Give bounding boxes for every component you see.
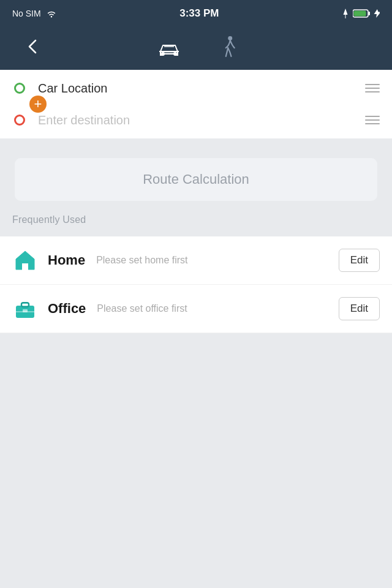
office-text-group: Office Please set office first xyxy=(48,301,329,317)
home-label: Home xyxy=(48,252,85,268)
carrier-label: No SIM xyxy=(12,9,41,18)
destination-dot xyxy=(12,113,27,127)
charging-icon xyxy=(374,9,380,18)
add-waypoint-button[interactable]: + xyxy=(29,96,47,113)
status-time: 3:33 PM xyxy=(179,7,219,20)
home-sublabel: Please set home first xyxy=(96,255,187,266)
office-icon xyxy=(12,296,38,322)
status-bar: No SIM 3:33 PM xyxy=(0,0,392,27)
office-edit-button[interactable]: Edit xyxy=(339,297,380,320)
home-item: Home Please set home first Edit xyxy=(0,236,392,285)
plus-icon[interactable]: + xyxy=(29,96,47,113)
location-items: Home Please set home first Edit Office P… xyxy=(0,236,392,333)
battery-icon xyxy=(353,9,370,18)
status-left: No SIM xyxy=(12,9,57,18)
office-sublabel: Please set office first xyxy=(97,303,187,314)
route-form: Car Location + Enter destination xyxy=(0,70,392,138)
nav-bar xyxy=(0,27,392,70)
svg-rect-1 xyxy=(369,12,371,15)
origin-row: Car Location xyxy=(12,70,380,104)
gray-section: Route Calculation Frequently Used xyxy=(0,138,392,236)
svg-rect-2 xyxy=(354,11,366,17)
location-icon xyxy=(342,9,349,18)
svg-rect-9 xyxy=(21,303,29,306)
back-button[interactable] xyxy=(24,38,110,59)
svg-point-4 xyxy=(173,52,177,56)
route-calc-button[interactable]: Route Calculation xyxy=(15,158,377,201)
car-nav-icon[interactable] xyxy=(154,36,184,61)
frequently-used-label: Frequently Used xyxy=(12,211,380,230)
origin-dot xyxy=(12,81,27,96)
wifi-icon xyxy=(46,9,57,18)
destination-menu-button[interactable] xyxy=(365,116,380,124)
office-item: Office Please set office first Edit xyxy=(0,285,392,333)
home-text-group: Home Please set home first xyxy=(48,252,329,268)
home-icon xyxy=(12,247,38,273)
svg-rect-12 xyxy=(23,309,28,312)
origin-label[interactable]: Car Location xyxy=(38,81,354,96)
walk-nav-icon[interactable] xyxy=(221,36,238,61)
status-right xyxy=(342,9,380,18)
destination-input[interactable]: Enter destination xyxy=(38,113,354,127)
origin-menu-button[interactable] xyxy=(365,84,380,92)
destination-row[interactable]: Enter destination xyxy=(12,104,380,138)
office-label: Office xyxy=(48,301,86,317)
home-edit-button[interactable]: Edit xyxy=(339,249,380,272)
route-calc-wrapper: Route Calculation xyxy=(12,151,380,211)
bottom-area xyxy=(0,333,392,492)
svg-rect-6 xyxy=(22,263,28,270)
svg-point-3 xyxy=(161,52,165,56)
